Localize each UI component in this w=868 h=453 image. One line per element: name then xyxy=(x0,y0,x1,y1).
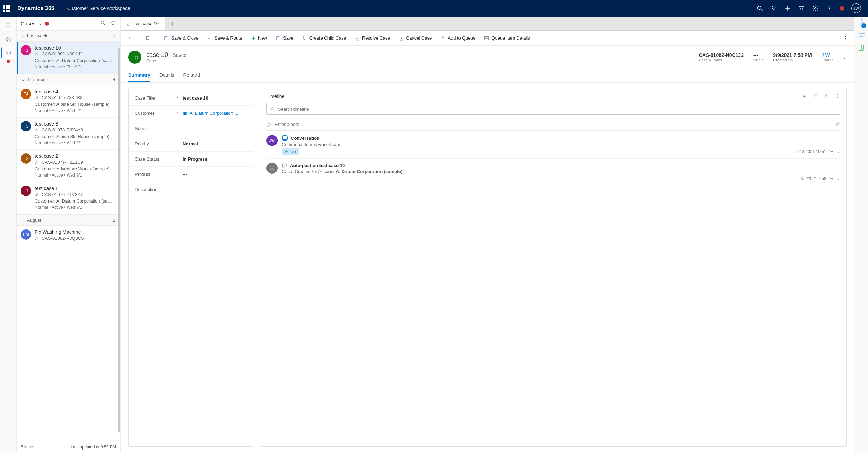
header-expand-icon[interactable]: ⌄ xyxy=(842,54,847,60)
save-button[interactable]: Save xyxy=(272,33,297,43)
case-item-customer: Customer: Alpine Ski House (sample) xyxy=(35,134,114,139)
overflow-button[interactable]: ⋮ xyxy=(840,33,851,43)
svg-line-10 xyxy=(104,24,105,25)
pencil-icon xyxy=(266,122,271,127)
case-item-customer: Customer: A. Datum Corporation (sampl... xyxy=(35,198,114,204)
productivity-pane-icon[interactable]: 4 xyxy=(858,19,865,27)
timeline-note-input[interactable]: Enter a note... xyxy=(266,118,840,131)
queue-item-details-button[interactable]: Queue Item Details xyxy=(480,33,533,43)
save-route-button[interactable]: Save & Route xyxy=(203,33,246,43)
save-close-button[interactable]: Save & Close xyxy=(160,33,202,43)
presence-status-icon[interactable] xyxy=(840,6,844,11)
list-refresh-icon[interactable] xyxy=(111,20,116,27)
productivity-badge: 4 xyxy=(861,23,866,28)
form-field-row[interactable]: Description--- xyxy=(129,182,253,197)
timeline-item[interactable]: Auto-post on test case 10 Case: Created … xyxy=(266,159,840,185)
add-icon[interactable] xyxy=(784,5,791,12)
timeline-avatar xyxy=(266,163,278,174)
case-list-item[interactable]: T3 test case 3 CAS-01078-R3X4Y8 Customer… xyxy=(17,118,120,150)
case-list-view-selector[interactable]: Cases ⌄ xyxy=(21,20,49,26)
chevron-down-icon[interactable]: ⌄ xyxy=(836,149,840,154)
create-child-case-button[interactable]: Create Child Case xyxy=(298,33,350,43)
field-label: Priority xyxy=(135,141,176,146)
form-field-row[interactable]: Subject--- xyxy=(129,121,253,136)
user-avatar[interactable]: JW xyxy=(851,3,861,13)
app-launcher-icon[interactable] xyxy=(3,4,11,12)
timeline-title: Timeline xyxy=(266,94,284,99)
tab-details[interactable]: Details xyxy=(159,69,174,82)
open-new-window-button[interactable] xyxy=(142,33,154,43)
field-label: Product xyxy=(135,172,176,177)
case-list-item[interactable]: T1 test case 10 CAS-01082-N0C1J2 Custome… xyxy=(17,42,120,74)
cancel-case-button[interactable]: Cancel Case xyxy=(395,33,435,43)
case-group-header[interactable]: ⌄August1 xyxy=(17,214,120,226)
add-to-queue-button[interactable]: Add to Queue xyxy=(437,33,479,43)
attachment-icon[interactable] xyxy=(835,121,840,127)
agent-scripts-icon[interactable] xyxy=(858,32,865,40)
svg-point-34 xyxy=(863,33,864,34)
case-group-header[interactable]: ⌄This month4 xyxy=(17,74,120,85)
timeline-overflow-icon[interactable]: ⋮ xyxy=(835,93,840,100)
case-list-item[interactable]: FM Fix Washing Machine CAS-01062-P8Q3C5 xyxy=(17,226,120,245)
timeline-search-input[interactable]: Search timeline xyxy=(266,103,840,115)
tab-summary[interactable]: Summary xyxy=(128,69,150,82)
session-tab[interactable]: test case 10 xyxy=(121,17,165,30)
case-item-meta: Normal • Active • Wed 9/1 xyxy=(35,205,116,210)
tab-related[interactable]: Related xyxy=(183,69,200,82)
svg-point-35 xyxy=(863,35,864,35)
case-item-title: Fix Washing Machine xyxy=(35,229,116,235)
chevron-down-icon[interactable]: ⌄ xyxy=(836,176,840,181)
inbox-icon[interactable] xyxy=(1,47,15,58)
list-search-icon[interactable] xyxy=(100,20,106,27)
form-field-row[interactable]: Product--- xyxy=(129,167,253,182)
timeline-filter-icon[interactable] xyxy=(813,93,818,100)
case-list-footer: 6 items Last updated at 9:59 PM xyxy=(17,441,120,453)
case-list-item[interactable]: T4 test case 4 CAS-01079-Z8K7B8 Customer… xyxy=(17,85,120,118)
knowledge-icon[interactable] xyxy=(858,44,865,52)
timeline-sort-icon[interactable] xyxy=(824,93,829,100)
chevron-down-icon: ⌄ xyxy=(38,21,42,26)
svg-rect-17 xyxy=(277,36,279,37)
form-field-row[interactable]: PriorityNormal xyxy=(129,136,253,152)
header-field: CAS-01082-N0C1J2Case Number xyxy=(699,52,744,62)
resolve-case-button[interactable]: Resolve Case xyxy=(351,33,394,43)
timeline-search-placeholder: Search timeline xyxy=(278,106,309,112)
session-tabstrip: test case 10 ＋ xyxy=(121,17,854,31)
form-field-row[interactable]: Case Title*test case 10 xyxy=(129,91,253,106)
filter-icon[interactable] xyxy=(798,5,805,12)
case-item-customer: Customer: Alpine Ski House (sample) xyxy=(35,102,114,107)
case-avatar: T2 xyxy=(21,153,31,164)
timeline-add-icon[interactable]: ＋ xyxy=(802,93,807,100)
case-item-number: CAS-01078-R3X4Y8 xyxy=(35,127,116,133)
case-count-label: 6 items xyxy=(21,445,34,450)
case-group-header[interactable]: ⌄Last week1 xyxy=(17,30,120,42)
case-avatar: T1 xyxy=(21,186,31,196)
timeline-item-desc: Case: Created for Account A. Datum Corpo… xyxy=(282,169,840,174)
settings-icon[interactable] xyxy=(812,5,819,12)
form-tabs: Summary Details Related xyxy=(121,69,854,83)
case-list-title: Cases xyxy=(21,20,36,26)
form-field-row[interactable]: Case StatusIn Progress xyxy=(129,152,253,167)
timeline-item[interactable]: JW Conversation Communal teams workstrea… xyxy=(266,131,840,159)
app-name-label: Customer Service workspace xyxy=(67,6,130,11)
list-indicator-dot-icon xyxy=(45,22,49,26)
case-list-item[interactable]: T1 test case 1 CAS-01076-Y1V3Y7 Customer… xyxy=(17,182,120,214)
case-item-title: test case 1 xyxy=(35,186,116,191)
case-list-item[interactable]: T2 test case 2 CAS-01077-H2Z1C9 Customer… xyxy=(17,150,120,182)
case-item-number: CAS-01076-Y1V3Y7 xyxy=(35,192,116,197)
left-rail xyxy=(0,17,17,453)
timeline-item-timestamp: 9/13/2021 10:51 PM ⌄ xyxy=(796,149,840,154)
scrollbar[interactable] xyxy=(118,48,120,432)
form-field-row[interactable]: Customer*A. Datum Corporation (... xyxy=(129,106,253,121)
header-field[interactable]: J WOwner xyxy=(822,52,833,62)
home-icon[interactable] xyxy=(1,33,15,44)
new-button[interactable]: New xyxy=(247,33,271,43)
search-icon[interactable] xyxy=(756,5,763,12)
help-icon[interactable] xyxy=(826,5,833,12)
new-tab-button[interactable]: ＋ xyxy=(165,17,179,30)
insights-icon[interactable] xyxy=(770,5,777,12)
back-button[interactable] xyxy=(123,33,136,43)
hamburger-icon[interactable] xyxy=(1,19,15,31)
brand-label: Dynamics 365 xyxy=(17,5,54,11)
svg-point-5 xyxy=(829,10,830,10)
